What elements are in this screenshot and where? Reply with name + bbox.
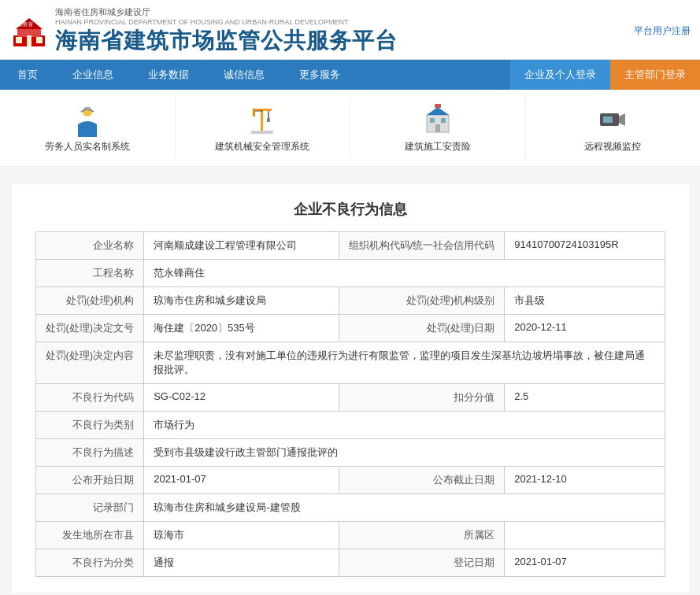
info-table: 企业名称 河南顺成建设工程管理有限公司 组织机构代码/统一社会信用代码 9141…: [35, 231, 665, 577]
main-title: 海南省建筑市场监管公共服务平台: [55, 26, 398, 56]
svg-rect-3: [27, 35, 31, 46]
value-location: 琼海市: [144, 522, 339, 549]
svg-rect-11: [253, 109, 255, 116]
svg-rect-17: [430, 118, 435, 123]
value-district: [505, 522, 665, 549]
value-punish-level: 市县级: [505, 287, 665, 315]
nav-bar: 首页 企业信息 业务数据 诚信信息 更多服务 企业及个人登录 主管部门登录: [0, 60, 700, 90]
header-logo: 海南省 海南省住房和城乡建设厅 HAINAN PROVINCIAL DEPART…: [9, 6, 398, 56]
svg-rect-19: [435, 124, 440, 132]
label-district: 所属区: [339, 522, 505, 549]
icon-item-worker[interactable]: 劳务人员实名制系统: [0, 98, 176, 158]
label-bad-type: 不良行为分类: [35, 549, 144, 577]
label-bad-category: 不良行为类别: [35, 412, 144, 439]
value-punish-date: 2020-12-11: [505, 315, 665, 342]
icon-row: 劳务人员实名制系统 建筑机械安全管理系统 建筑施工安责险: [0, 90, 700, 167]
value-decision-content: 未尽监理职责，没有对施工单位的违规行为进行有限监管，监理的项目发生深基坑边坡坍塌…: [144, 342, 665, 384]
table-row: 不良行为类别 市场行为: [35, 412, 665, 439]
value-doc-number: 海住建〔2020〕535号: [144, 315, 339, 342]
nav-more[interactable]: 更多服务: [282, 60, 357, 90]
value-record-dept: 琼海市住房和城乡建设局-建管股: [144, 494, 665, 522]
svg-rect-8: [84, 107, 91, 109]
header: 海南省 海南省住房和城乡建设厅 HAINAN PROVINCIAL DEPART…: [0, 0, 700, 60]
label-doc-number: 处罚(处理)决定文号: [35, 315, 144, 342]
label-punish-level: 处罚(处理)机构级别: [339, 287, 505, 315]
value-bad-category: 市场行为: [144, 412, 665, 439]
table-row: 处罚(处理)决定文号 海住建〔2020〕535号 处罚(处理)日期 2020-1…: [35, 315, 665, 342]
table-row: 记录部门 琼海市住房和城乡建设局-建管股: [35, 494, 665, 522]
icon-item-crane[interactable]: 建筑机械安全管理系统: [176, 98, 351, 158]
gov-logo-icon: 海南省: [9, 12, 49, 51]
table-row: 不良行为描述 受到市县级建设行政主管部门通报批评的: [35, 439, 665, 467]
table-row: 公布开始日期 2021-01-07 公布截止日期 2021-12-10: [35, 467, 665, 494]
table-row: 不良行为分类 通报 登记日期 2021-01-07: [35, 549, 665, 577]
svg-rect-24: [603, 116, 613, 123]
table-row: 发生地所在市县 琼海市 所属区: [35, 522, 665, 549]
nav-enterprise[interactable]: 企业信息: [55, 60, 131, 90]
icon-item-video[interactable]: 远程视频监控: [526, 98, 701, 158]
svg-text:海南省: 海南省: [17, 21, 33, 27]
label-location: 发生地所在市县: [35, 522, 144, 549]
icon-label-crane: 建筑机械安全管理系统: [215, 140, 309, 153]
table-row: 企业名称 河南顺成建设工程管理有限公司 组织机构代码/统一社会信用代码 9141…: [35, 232, 665, 260]
label-bad-description: 不良行为描述: [35, 439, 144, 467]
value-publish-start: 2021-01-07: [144, 467, 339, 494]
value-company-name: 河南顺成建设工程管理有限公司: [144, 232, 339, 260]
svg-rect-9: [261, 109, 263, 131]
value-deduction: 2.5: [505, 384, 665, 412]
svg-rect-5: [36, 37, 43, 43]
table-row: 处罚(处理)决定内容 未尽监理职责，没有对施工单位的违规行为进行有限监管，监理的…: [35, 342, 665, 384]
label-deduction: 扣分分值: [339, 384, 505, 412]
label-publish-start: 公布开始日期: [35, 467, 144, 494]
nav-enterprise-login[interactable]: 企业及个人登录: [510, 60, 610, 90]
value-project-name: 范永锋商住: [144, 260, 665, 287]
icon-label-insurance: 建筑施工安责险: [405, 140, 471, 153]
value-publish-end: 2021-12-10: [505, 467, 665, 494]
label-register-date: 登记日期: [339, 549, 505, 577]
svg-rect-4: [16, 37, 22, 43]
label-punish-date: 处罚(处理)日期: [339, 315, 505, 342]
value-bad-type: 通报: [144, 549, 339, 577]
label-publish-end: 公布截止日期: [339, 467, 505, 494]
label-bad-code: 不良行为代码: [35, 384, 144, 412]
svg-rect-14: [267, 118, 270, 122]
video-icon: [595, 102, 630, 137]
label-company-name: 企业名称: [35, 232, 144, 260]
value-register-date: 2021-01-07: [505, 549, 665, 577]
nav-business[interactable]: 业务数据: [131, 60, 206, 90]
table-row: 不良行为代码 SG-C02-12 扣分分值 2.5: [35, 384, 665, 412]
label-decision-content: 处罚(处理)决定内容: [35, 342, 144, 384]
icon-label-worker: 劳务人员实名制系统: [45, 140, 130, 153]
svg-rect-15: [251, 131, 273, 134]
nav-admin-login[interactable]: 主管部门登录: [610, 60, 700, 90]
building-icon: [420, 102, 455, 137]
value-credit-code: 91410700724103195R: [505, 232, 665, 260]
page-title: 企业不良行为信息: [35, 200, 665, 219]
label-credit-code: 组织机构代码/统一社会信用代码: [339, 232, 505, 260]
gov-line2: HAINAN PROVINCIAL DEPARTMENT OF HOUSING …: [55, 18, 398, 26]
content-area: 企业不良行为信息 企业名称 河南顺成建设工程管理有限公司 组织机构代码/统一社会…: [12, 184, 689, 593]
icon-item-insurance[interactable]: 建筑施工安责险: [350, 98, 526, 158]
nav-credit[interactable]: 诚信信息: [206, 60, 282, 90]
label-punish-org: 处罚(处理)机构: [35, 287, 144, 315]
gov-text: 海南省住房和城乡建设厅 HAINAN PROVINCIAL DEPARTMENT…: [55, 6, 398, 56]
svg-rect-18: [441, 118, 446, 123]
svg-marker-20: [427, 107, 449, 115]
gov-line1: 海南省住房和城乡建设厅: [55, 6, 398, 18]
label-record-dept: 记录部门: [35, 494, 144, 522]
table-row: 处罚(处理)机构 琼海市住房和城乡建设局 处罚(处理)机构级别 市县级: [35, 287, 665, 315]
nav-home[interactable]: 首页: [0, 60, 55, 90]
register-link[interactable]: 平台用户注册: [634, 24, 691, 38]
value-bad-code: SG-C02-12: [144, 384, 339, 412]
crane-icon: [245, 102, 280, 137]
value-bad-description: 受到市县级建设行政主管部门通报批评的: [144, 439, 665, 467]
icon-label-video: 远程视频监控: [584, 140, 641, 153]
table-row: 工程名称 范永锋商住: [35, 260, 665, 287]
svg-marker-23: [619, 113, 625, 126]
svg-rect-21: [435, 104, 441, 108]
worker-icon: [70, 102, 105, 137]
value-punish-org: 琼海市住房和城乡建设局: [144, 287, 339, 315]
label-project-name: 工程名称: [35, 260, 144, 287]
